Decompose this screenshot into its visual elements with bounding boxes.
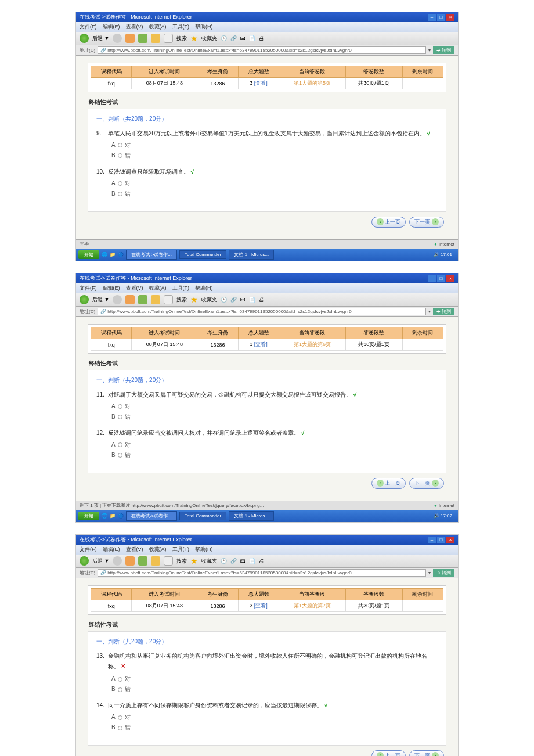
back-icon[interactable] bbox=[80, 34, 89, 43]
min-button[interactable]: – bbox=[428, 275, 436, 282]
home-icon[interactable] bbox=[151, 556, 160, 566]
task-wp[interactable]: 文档 1 - Micros... bbox=[229, 250, 274, 260]
refresh-icon[interactable] bbox=[138, 34, 147, 43]
favorites-icon[interactable]: ★ bbox=[190, 295, 198, 304]
stop-icon[interactable] bbox=[125, 34, 135, 43]
max-button[interactable]: □ bbox=[437, 275, 445, 282]
radio-icon[interactable] bbox=[118, 153, 122, 158]
radio-icon[interactable] bbox=[118, 442, 122, 447]
quicklaunch-icon-0[interactable]: 🌐 bbox=[102, 252, 107, 257]
task-tc[interactable]: Total Commander bbox=[179, 250, 226, 259]
prev-page-button[interactable]: ‹ 上一页 bbox=[371, 478, 406, 489]
back-icon[interactable] bbox=[80, 295, 89, 304]
option-b[interactable]: B错 bbox=[111, 189, 438, 199]
url-dropdown-icon[interactable]: ▾ bbox=[428, 309, 431, 314]
prev-page-button[interactable]: ‹ 上一页 bbox=[371, 750, 406, 756]
task-wp[interactable]: 文档 1 - Micros... bbox=[229, 511, 274, 521]
forward-icon[interactable] bbox=[113, 34, 122, 43]
option-b[interactable]: B错 bbox=[111, 723, 438, 732]
links-icon[interactable]: 🔗 bbox=[230, 35, 237, 41]
back-icon[interactable] bbox=[80, 556, 89, 566]
favorites-icon[interactable]: ★ bbox=[190, 34, 198, 43]
radio-icon[interactable] bbox=[118, 192, 122, 196]
option-b[interactable]: B错 bbox=[111, 451, 438, 460]
max-button[interactable]: □ bbox=[437, 537, 445, 543]
stop-icon[interactable] bbox=[125, 556, 135, 566]
quicklaunch-icon-2[interactable]: 🔵 bbox=[118, 513, 124, 519]
option-b[interactable]: B错 bbox=[111, 685, 438, 694]
links-icon[interactable]: 🔗 bbox=[230, 558, 237, 564]
menu-file[interactable]: 文件(F) bbox=[80, 285, 97, 291]
home-icon[interactable] bbox=[151, 34, 160, 43]
menu-fav[interactable]: 收藏(A) bbox=[149, 24, 167, 30]
menu-view[interactable]: 查看(V) bbox=[126, 546, 143, 552]
option-a[interactable]: A对 bbox=[111, 402, 438, 411]
radio-icon[interactable] bbox=[118, 404, 122, 409]
search-icon[interactable] bbox=[164, 295, 173, 304]
menu-edit[interactable]: 编辑(E) bbox=[103, 285, 120, 291]
radio-icon[interactable] bbox=[118, 687, 122, 692]
menu-edit[interactable]: 编辑(E) bbox=[103, 546, 120, 552]
stop-icon[interactable] bbox=[125, 295, 135, 304]
page-icon[interactable]: 📄 bbox=[249, 35, 255, 41]
radio-icon[interactable] bbox=[118, 415, 122, 419]
radio-icon[interactable] bbox=[118, 453, 122, 458]
task-exam[interactable]: 在线考试->试卷作... bbox=[126, 250, 177, 260]
favorites-label[interactable]: 收藏夹 bbox=[201, 35, 217, 42]
menu-tools[interactable]: 工具(T) bbox=[172, 546, 190, 552]
page-icon[interactable]: 📄 bbox=[249, 297, 255, 303]
print-icon[interactable]: 🖨 bbox=[259, 297, 264, 303]
mail-icon[interactable]: 🖂 bbox=[240, 558, 246, 564]
quicklaunch-icon-1[interactable]: 📁 bbox=[110, 513, 116, 519]
url-input[interactable]: 🔗 http://www.pbcft.com/TrainingOnlineTes… bbox=[98, 308, 426, 315]
url-dropdown-icon[interactable]: ▾ bbox=[428, 570, 431, 575]
forward-icon[interactable] bbox=[113, 295, 122, 304]
print-icon[interactable]: 🖨 bbox=[259, 558, 264, 564]
url-dropdown-icon[interactable]: ▾ bbox=[428, 48, 431, 53]
menu-view[interactable]: 查看(V) bbox=[126, 285, 143, 291]
go-button[interactable]: ➔ 转到 bbox=[433, 308, 454, 315]
option-b[interactable]: B错 bbox=[111, 412, 438, 422]
mail-icon[interactable]: 🖂 bbox=[240, 35, 246, 41]
min-button[interactable]: – bbox=[428, 537, 436, 543]
history-icon[interactable]: 🕒 bbox=[221, 35, 227, 41]
option-a[interactable]: A对 bbox=[111, 440, 438, 449]
history-icon[interactable]: 🕒 bbox=[221, 297, 227, 303]
radio-icon[interactable] bbox=[118, 677, 122, 682]
task-exam[interactable]: 在线考试->试卷作... bbox=[126, 511, 177, 521]
menu-edit[interactable]: 编辑(E) bbox=[103, 24, 120, 30]
option-a[interactable]: A对 bbox=[111, 712, 438, 722]
links-icon[interactable]: 🔗 bbox=[230, 297, 237, 303]
favorites-label[interactable]: 收藏夹 bbox=[201, 557, 217, 565]
menu-help[interactable]: 帮助(H) bbox=[195, 24, 213, 30]
quicklaunch-icon-2[interactable]: 🔵 bbox=[118, 252, 124, 257]
menu-file[interactable]: 文件(F) bbox=[80, 546, 97, 552]
home-icon[interactable] bbox=[151, 295, 160, 304]
option-b[interactable]: B错 bbox=[111, 151, 438, 160]
print-icon[interactable]: 🖨 bbox=[259, 35, 264, 41]
go-button[interactable]: ➔ 转到 bbox=[433, 569, 454, 577]
search-label[interactable]: 搜索 bbox=[176, 296, 187, 304]
view-total-link[interactable]: [查看] bbox=[254, 80, 268, 86]
radio-icon[interactable] bbox=[118, 715, 122, 720]
view-total-link[interactable]: [查看] bbox=[254, 603, 268, 609]
search-icon[interactable] bbox=[164, 556, 173, 566]
option-a[interactable]: A对 bbox=[111, 179, 438, 188]
close-button[interactable]: × bbox=[446, 537, 454, 543]
close-button[interactable]: × bbox=[446, 14, 454, 21]
page-icon[interactable]: 📄 bbox=[249, 558, 255, 564]
mail-icon[interactable]: 🖂 bbox=[240, 297, 246, 303]
quicklaunch-icon-1[interactable]: 📁 bbox=[110, 252, 116, 257]
back-label[interactable]: 后退 ▼ bbox=[92, 35, 109, 42]
search-label[interactable]: 搜索 bbox=[176, 557, 187, 565]
menu-help[interactable]: 帮助(H) bbox=[195, 285, 213, 291]
radio-icon[interactable] bbox=[118, 143, 122, 147]
menu-tools[interactable]: 工具(T) bbox=[172, 24, 190, 30]
prev-page-button[interactable]: ‹ 上一页 bbox=[371, 217, 406, 228]
menu-fav[interactable]: 收藏(A) bbox=[149, 285, 167, 291]
next-page-button[interactable]: 下一页 › bbox=[409, 217, 444, 228]
radio-icon[interactable] bbox=[118, 181, 122, 186]
search-label[interactable]: 搜索 bbox=[176, 35, 187, 42]
view-total-link[interactable]: [查看] bbox=[254, 341, 268, 347]
next-page-button[interactable]: 下一页 › bbox=[409, 750, 444, 756]
